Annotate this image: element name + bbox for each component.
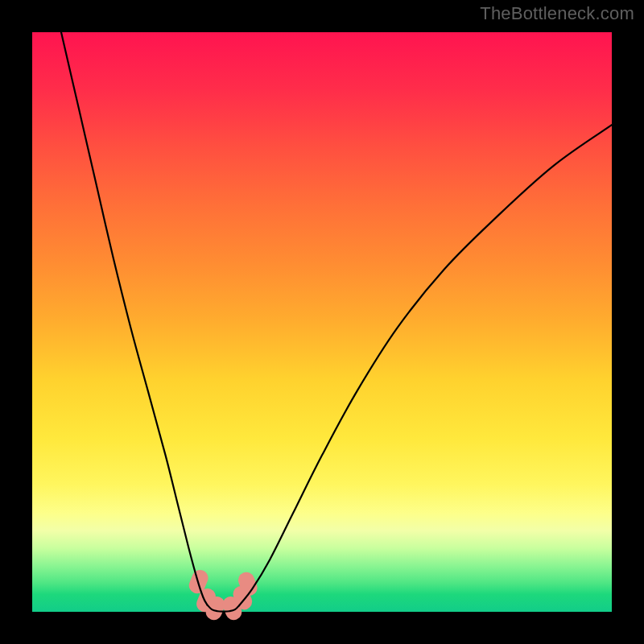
chart-svg — [32, 32, 612, 612]
bottleneck-curve — [61, 32, 612, 612]
watermark-text: TheBottleneck.com — [480, 3, 634, 24]
plot-area — [32, 32, 612, 612]
chart-frame: TheBottleneck.com — [0, 0, 644, 644]
